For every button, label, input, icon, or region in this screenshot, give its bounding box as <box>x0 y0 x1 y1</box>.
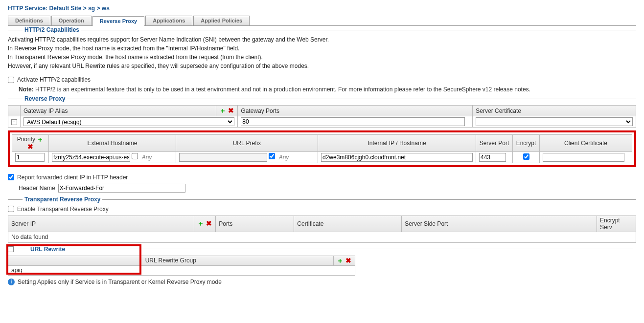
priority-input[interactable] <box>15 153 45 162</box>
tab-definitions[interactable]: Definitions <box>8 16 50 25</box>
trp-ports-header: Ports <box>216 215 294 232</box>
url-prefix-any-label: Any <box>279 154 289 161</box>
header-name-input[interactable] <box>58 184 185 193</box>
report-ip-checkbox[interactable] <box>8 174 14 180</box>
http2-fieldset: HTTP/2 Capabilities Activating HTTP/2 ca… <box>8 30 636 93</box>
note-prefix: Note: <box>19 86 34 93</box>
ext-host-any-checkbox[interactable] <box>132 153 138 159</box>
gw-icons-header: ＋ ✖ <box>216 106 238 116</box>
add-gateway-icon[interactable]: ＋ <box>219 108 226 114</box>
collapse-url-rewrite-icon[interactable]: − <box>8 246 14 252</box>
http2-desc-line1: Activating HTTP/2 capabilities requires … <box>8 35 636 44</box>
priority-header: Priority ＋ ✖ <box>12 135 49 152</box>
breadcrumb: HTTP Service: Default Site > sg > ws <box>8 5 636 12</box>
delete-url-rg-icon[interactable]: ✖ <box>345 258 352 264</box>
transparent-rp-legend: Transparent Reverse Proxy <box>23 196 102 203</box>
add-trp-icon[interactable]: ＋ <box>197 220 204 227</box>
ext-host-any-label: Any <box>142 154 152 161</box>
url-rewrite-info-text: Setting Applies only if Service is in Tr… <box>18 279 222 285</box>
activate-http2-checkbox[interactable] <box>8 77 14 83</box>
encrypt-header: Encrypt <box>513 135 540 152</box>
tab-operation[interactable]: Operation <box>51 16 92 25</box>
delete-gateway-icon[interactable]: ✖ <box>228 108 234 114</box>
ext-host-header: External Hostname <box>49 135 176 152</box>
http2-desc-line3: In Transparent Reverse Proxy mode, the h… <box>8 53 636 62</box>
trp-table: Server IP ＋ ✖ Ports Certificate Server S… <box>8 215 636 243</box>
ext-host-input[interactable] <box>52 153 130 162</box>
http2-desc-line4: However, if any relevant URL Rewrite rul… <box>8 62 636 70</box>
client-cert-input[interactable] <box>543 153 624 162</box>
tab-applications[interactable]: Applications <box>145 16 192 25</box>
trp-icons-header: ＋ ✖ <box>194 215 216 232</box>
http2-description: Activating HTTP/2 capabilities requires … <box>8 35 636 70</box>
http2-legend: HTTP/2 Capabilities <box>23 26 81 33</box>
trp-cert-header: Certificate <box>294 215 402 232</box>
tab-applied-policies[interactable]: Applied Policies <box>193 16 250 25</box>
server-ip-header: Server IP <box>8 215 194 232</box>
url-rg-icons: ＋ ✖ <box>333 256 355 265</box>
delete-rule-icon[interactable]: ✖ <box>27 144 34 151</box>
int-host-header: Internal IP / Hostname <box>318 135 476 152</box>
collapse-row-icon[interactable]: − <box>11 119 17 125</box>
url-rg-value[interactable]: apig <box>8 265 355 275</box>
info-icon: i <box>8 279 15 285</box>
server-port-header: Server Port <box>476 135 513 152</box>
http2-note: Note: HTTP/2 is an experimental feature … <box>19 86 636 93</box>
report-ip-label: Report forwarded client IP in HTTP heade… <box>17 174 128 181</box>
url-rewrite-legend: URL Rewrite <box>30 246 65 253</box>
reverse-proxy-legend: Reverse Proxy <box>23 95 67 102</box>
expand-column-header <box>8 106 21 116</box>
trp-encrypt-header: Encrypt Serv <box>597 215 636 232</box>
note-text: HTTP/2 is an experimental feature that i… <box>34 86 530 93</box>
gateway-table: Gateway IP Alias ＋ ✖ Gateway Ports Serve… <box>8 105 636 128</box>
gw-alias-header: Gateway IP Alias <box>21 106 216 116</box>
tab-reverse-proxy[interactable]: Reverse Proxy <box>92 16 144 26</box>
transparent-rp-fieldset: Transparent Reverse Proxy Enable Transpa… <box>8 199 636 243</box>
tabs: Definitions Operation Reverse Proxy Appl… <box>8 16 636 26</box>
client-cert-header: Client Certificate <box>540 135 632 152</box>
rules-table: Priority ＋ ✖ External Hostname URL Prefi… <box>12 134 632 163</box>
header-name-label: Header Name <box>19 185 55 192</box>
encrypt-checkbox[interactable] <box>523 153 529 160</box>
add-rule-icon[interactable]: ＋ <box>37 136 44 143</box>
url-rewrite-info: i Setting Applies only if Service is in … <box>8 279 636 285</box>
gw-ports-header: Gateway Ports <box>238 106 473 116</box>
server-cert-select[interactable] <box>476 117 633 126</box>
gateway-alias-select[interactable]: AWS Default (ecsgg) <box>23 117 234 126</box>
trp-no-data-cell: No data found <box>8 232 636 242</box>
gateway-row: − AWS Default (ecsgg) <box>8 116 636 128</box>
activate-http2-label: Activate HTTP/2 capabilities <box>17 76 91 83</box>
gateway-ports-input[interactable] <box>241 117 465 126</box>
url-rg-header: URL Rewrite Group <box>8 256 334 265</box>
url-prefix-any-checkbox[interactable] <box>269 153 275 159</box>
rules-highlight-box: Priority ＋ ✖ External Hostname URL Prefi… <box>8 130 636 167</box>
url-rg-row: apig <box>8 265 355 275</box>
trp-ssp-header: Server Side Port <box>402 215 597 232</box>
url-prefix-input <box>179 153 267 162</box>
add-url-rg-icon[interactable]: ＋ <box>337 258 344 264</box>
enable-trp-label: Enable Transparent Reverse Proxy <box>17 206 109 213</box>
delete-trp-icon[interactable]: ✖ <box>206 220 212 227</box>
rule-row: Any Any <box>12 151 632 163</box>
url-rewrite-table: URL Rewrite Group ＋ ✖ apig <box>8 256 355 276</box>
trp-no-data-row: No data found <box>8 232 636 242</box>
url-prefix-header: URL Prefix <box>176 135 318 152</box>
server-cert-header: Server Certificate <box>473 106 636 116</box>
http2-desc-line2: In Reverse Proxy mode, the host name is … <box>8 44 636 53</box>
enable-trp-checkbox[interactable] <box>8 206 14 212</box>
int-host-input[interactable] <box>321 153 473 162</box>
reverse-proxy-fieldset: Reverse Proxy Gateway IP Alias ＋ ✖ Gatew… <box>8 99 636 193</box>
server-port-input[interactable] <box>479 153 506 162</box>
url-rewrite-section: − URL Rewrite URL Rewrite Group ＋ ✖ apig… <box>8 246 636 285</box>
